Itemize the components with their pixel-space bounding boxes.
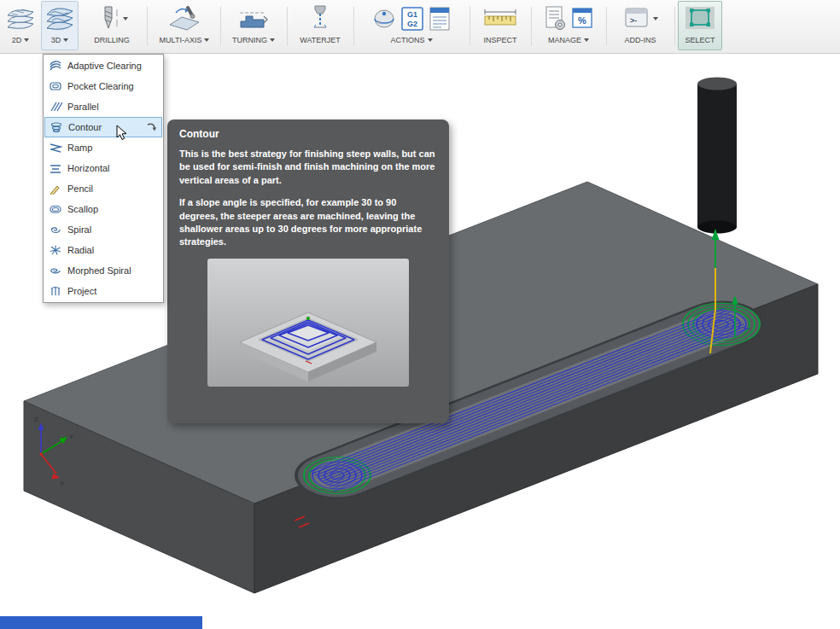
chevron-down-icon	[63, 38, 68, 42]
machining-time-icon: %	[569, 5, 595, 32]
contour-icon	[50, 121, 63, 133]
toolbar-label-3d: 3D	[51, 36, 61, 44]
toolbar-separator	[674, 7, 675, 45]
setup-sheet-icon	[427, 5, 452, 32]
menu-item-scallop[interactable]: Scallop	[44, 199, 162, 219]
chevron-down-icon	[204, 38, 209, 42]
g1-label: G1	[407, 10, 417, 19]
chevron-down-icon	[270, 38, 275, 42]
menu-item-label: Contour	[68, 122, 102, 132]
tooltip-title: Contour	[179, 128, 437, 140]
scripts-add-ins-icon: >-	[622, 5, 651, 32]
turning-icon	[238, 4, 269, 33]
contour-preview-render	[207, 259, 409, 387]
toolbar-separator	[606, 7, 607, 45]
menu-item-label: Adaptive Clearing	[67, 61, 142, 71]
toolbar-button-select[interactable]: SELECT	[678, 1, 722, 50]
menu-item-label: Pocket Clearing	[67, 81, 134, 91]
toolbar-button-inspect[interactable]: INSPECT	[473, 1, 528, 50]
cam-toolbar: 2D 3D	[0, 0, 840, 54]
toolbar-separator	[220, 7, 221, 45]
menu-item-label: Horizontal	[67, 163, 110, 173]
chevron-down-icon	[653, 17, 658, 20]
menu-item-morphed-spiral[interactable]: Morphed Spiral	[44, 260, 162, 281]
spiral-icon	[49, 224, 62, 236]
toolbar-button-turning[interactable]: TURNING	[224, 1, 283, 50]
menu-item-project[interactable]: Project	[44, 281, 162, 301]
toolbar-separator	[353, 7, 354, 45]
menu-item-label: Ramp	[67, 143, 92, 153]
toolbar-label-manage: MANAGE	[548, 36, 581, 44]
adaptive-clearing-icon	[49, 60, 62, 72]
toolbar-label-actions: ACTIONS	[390, 36, 424, 44]
multi-axis-icon	[167, 4, 201, 33]
menu-item-pencil[interactable]: Pencil	[44, 178, 162, 199]
menu-item-label: Morphed Spiral	[67, 265, 131, 276]
toolbar-button-3d[interactable]: 3D	[41, 1, 79, 50]
menu-item-label: Project	[67, 286, 96, 296]
select-box-icon	[685, 6, 715, 32]
menu-item-parallel[interactable]: Parallel	[44, 96, 162, 117]
2d-milling-icon	[5, 4, 36, 33]
toolbar-button-2d[interactable]: 2D	[2, 1, 39, 50]
menu-item-ramp[interactable]: Ramp	[44, 137, 162, 158]
tooltip-preview-image	[207, 259, 409, 387]
3d-milling-icon	[44, 4, 75, 33]
menu-item-label: Radial	[67, 245, 94, 255]
simulate-icon	[370, 5, 398, 32]
drilling-icon	[96, 4, 121, 33]
percent-label: %	[578, 15, 586, 26]
tooltip-paragraph-1: This is the best strategy for finishing …	[179, 148, 437, 187]
toolbar-button-waterjet[interactable]: WATERJET	[290, 1, 350, 50]
pocket-clearing-icon	[49, 80, 62, 92]
toolbar-separator	[147, 7, 148, 45]
measure-ruler-icon	[481, 5, 519, 32]
tool-library-icon	[542, 5, 568, 32]
toolbar-separator	[470, 7, 470, 45]
toolbar-label-add-ins: ADD-INS	[624, 36, 656, 44]
menu-item-label: Scallop	[67, 204, 98, 214]
toolbar-label-multi-axis: MULTI-AXIS	[160, 36, 202, 44]
menu-item-pocket-clearing[interactable]: Pocket Clearing	[44, 76, 162, 96]
toolbar-button-add-ins[interactable]: >- ADD-INS	[610, 1, 671, 50]
toolbar-button-drilling[interactable]: DRILLING	[82, 1, 142, 50]
chevron-down-icon	[584, 38, 589, 42]
morphed-spiral-icon	[49, 265, 62, 277]
toolbar-label-turning: TURNING	[232, 36, 267, 44]
menu-item-contour[interactable]: Contour	[44, 117, 162, 137]
parallel-icon	[49, 101, 62, 113]
waterjet-icon	[305, 4, 335, 33]
horizontal-icon	[49, 162, 62, 174]
toolbar-button-manage[interactable]: % MANAGE	[534, 1, 603, 50]
project-icon	[49, 285, 62, 297]
menu-item-adaptive-clearing[interactable]: Adaptive Clearing	[44, 55, 162, 76]
fusion-cam-workspace: 2D 3D	[0, 0, 840, 629]
menu-item-label: Spiral	[67, 224, 91, 235]
post-process-icon: G1 G2	[400, 5, 425, 32]
radial-icon	[49, 244, 62, 256]
axis-label-y: Y	[69, 433, 74, 440]
axis-label-z: Z	[34, 416, 38, 423]
g2-label: G2	[407, 20, 417, 28]
menu-item-spiral[interactable]: Spiral	[44, 219, 162, 240]
axis-label-x: X	[60, 480, 65, 487]
toolbar-label-2d: 2D	[12, 36, 22, 44]
toolbar-separator	[531, 7, 532, 45]
timeline-bar	[0, 616, 202, 629]
toolbar-separator	[287, 7, 288, 45]
contour-tooltip: Contour This is the best strategy for fi…	[167, 119, 449, 423]
menu-item-radial[interactable]: Radial	[44, 240, 162, 260]
toolbar-label-select: SELECT	[685, 36, 715, 44]
chevron-down-icon	[123, 17, 128, 20]
toolbar-label-drilling: DRILLING	[94, 36, 130, 44]
toolbar-button-actions[interactable]: G1 G2 ACTIONS	[357, 1, 466, 50]
toolbar-button-multi-axis[interactable]: MULTI-AXIS	[150, 1, 219, 50]
ramp-icon	[49, 142, 62, 154]
pencil-icon	[49, 183, 62, 195]
toolbar-label-inspect: INSPECT	[483, 36, 516, 44]
menu-item-horizontal[interactable]: Horizontal	[44, 158, 162, 178]
chevron-down-icon	[24, 38, 29, 42]
menu-item-label: Parallel	[67, 102, 99, 112]
prompt-label: >-	[630, 16, 637, 25]
tooltip-paragraph-2: If a slope angle is specified, for examp…	[179, 196, 437, 249]
